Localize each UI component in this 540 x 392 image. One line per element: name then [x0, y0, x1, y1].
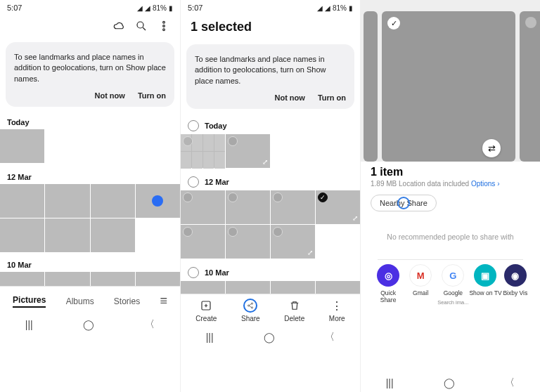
- thumb-row-today: ⤢: [181, 134, 360, 168]
- date-header[interactable]: 10 Mar: [181, 263, 360, 281]
- signal-icon: ◢: [145, 4, 150, 12]
- thumb[interactable]: ⤢: [226, 134, 270, 168]
- banner-turnon-button[interactable]: Turn on: [318, 93, 346, 102]
- thumb[interactable]: [45, 218, 89, 252]
- more-icon[interactable]: [158, 20, 170, 32]
- share-subtitle: 1.89 MB Location data included Options ›: [371, 180, 530, 188]
- thumb-checkbox[interactable]: [183, 227, 193, 237]
- preview-check-icon[interactable]: ✓: [387, 17, 400, 30]
- nav-recent-icon[interactable]: |||: [25, 319, 33, 330]
- banner-text: To see landmarks and place names in addi…: [14, 52, 166, 84]
- expand-icon[interactable]: ⤢: [352, 214, 358, 222]
- thumb-checkbox[interactable]: [228, 192, 238, 202]
- date-header[interactable]: Today: [181, 116, 360, 134]
- thumb[interactable]: [0, 184, 44, 218]
- banner-turnon-button[interactable]: Turn on: [138, 91, 166, 100]
- select-all-ring[interactable]: [188, 267, 199, 278]
- thumb[interactable]: [271, 281, 315, 294]
- date-header[interactable]: 12 Mar: [181, 172, 360, 190]
- share-preview-strip: ✓ ⇄: [361, 0, 540, 162]
- thumb[interactable]: [91, 218, 135, 252]
- thumb[interactable]: [45, 272, 89, 286]
- thumb-checkbox[interactable]: [228, 227, 238, 237]
- thumb[interactable]: [0, 218, 44, 252]
- thumb[interactable]: [136, 272, 180, 286]
- menu-icon[interactable]: ≡: [160, 294, 167, 308]
- tab-stories[interactable]: Stories: [114, 296, 140, 306]
- status-time: 5:07: [7, 4, 22, 12]
- thumb[interactable]: [226, 225, 270, 259]
- nav-back-icon[interactable]: 〈: [145, 318, 155, 331]
- thumb[interactable]: [91, 184, 135, 218]
- thumb[interactable]: [316, 281, 360, 294]
- date-header: Today: [0, 114, 180, 129]
- screen-share-sheet: ✓ ⇄ 1 item 1.89 MB Location data include…: [360, 0, 540, 392]
- select-all-ring[interactable]: [188, 176, 199, 188]
- preview-panel[interactable]: [364, 11, 378, 162]
- nearby-share-chip[interactable]: Nearby Share: [371, 195, 437, 211]
- thumb-checkbox[interactable]: [183, 192, 193, 202]
- battery-text: 81%: [153, 4, 167, 12]
- selection-title: 1 selected: [181, 15, 360, 41]
- thumb-row-10mar: [0, 272, 180, 286]
- nav-home-icon[interactable]: ◯: [264, 332, 275, 343]
- selection-actions: Create Share Delete ⋮ More: [181, 294, 360, 328]
- gmail-icon: M: [409, 264, 432, 287]
- share-options-link[interactable]: Options ›: [471, 180, 500, 188]
- expand-icon[interactable]: ⤢: [262, 158, 268, 166]
- thumb[interactable]: [181, 281, 225, 294]
- share-app-google[interactable]: G Google Search ima...: [437, 264, 469, 306]
- thumb[interactable]: [181, 225, 225, 259]
- select-all-ring[interactable]: [188, 120, 199, 131]
- thumb-checkbox[interactable]: [228, 136, 238, 146]
- expand-icon[interactable]: ⤢: [307, 249, 313, 256]
- thumb[interactable]: [181, 190, 225, 224]
- cloud-icon[interactable]: [112, 20, 125, 32]
- share-icon: [243, 299, 257, 313]
- signal-icon: ◢: [325, 4, 330, 12]
- thumb[interactable]: [226, 190, 270, 224]
- divider: [378, 259, 523, 260]
- thumb-row-10mar: [181, 281, 360, 294]
- thumb[interactable]: ⤢: [271, 225, 315, 259]
- tab-albums[interactable]: Albums: [66, 296, 94, 306]
- thumb[interactable]: [136, 184, 180, 218]
- nav-back-icon[interactable]: 〈: [505, 377, 515, 389]
- thumb[interactable]: [0, 272, 44, 286]
- nav-home-icon[interactable]: ◯: [444, 377, 455, 388]
- share-app-bixby[interactable]: ◉ Bixby Vis: [502, 264, 529, 306]
- thumb-checkbox-checked[interactable]: ✓: [318, 192, 328, 202]
- share-app-showontv[interactable]: ▣ Show on TV: [469, 264, 501, 306]
- preview-panel[interactable]: [520, 11, 540, 162]
- share-title: 1 item: [371, 166, 530, 178]
- create-button[interactable]: Create: [195, 299, 217, 322]
- swap-button[interactable]: ⇄: [482, 139, 501, 157]
- thumb[interactable]: ✓⤢: [316, 190, 360, 224]
- status-bar: 5:07 ◢ ◢ 81% ▮: [0, 0, 180, 15]
- thumb[interactable]: [271, 190, 315, 224]
- thumb[interactable]: [181, 134, 225, 168]
- thumb[interactable]: [226, 281, 270, 294]
- banner-notnow-button[interactable]: Not now: [94, 91, 124, 100]
- tab-pictures[interactable]: Pictures: [13, 295, 46, 308]
- nav-recent-icon[interactable]: |||: [386, 377, 394, 388]
- thumb-checkbox[interactable]: [273, 192, 283, 202]
- thumb-checkbox[interactable]: [273, 227, 283, 237]
- thumb-row-today: [0, 129, 180, 163]
- preview-unchecked-dot[interactable]: [525, 17, 536, 28]
- preview-panel-selected[interactable]: ✓: [382, 11, 515, 162]
- nav-home-icon[interactable]: ◯: [83, 319, 94, 330]
- more-button[interactable]: ⋮ More: [329, 299, 345, 322]
- search-icon[interactable]: [135, 20, 148, 32]
- thumb[interactable]: [91, 272, 135, 286]
- share-app-quickshare[interactable]: ◎ Quick Share: [372, 264, 404, 306]
- thumb-weather[interactable]: [0, 129, 44, 163]
- banner-notnow-button[interactable]: Not now: [274, 93, 304, 102]
- nav-back-icon[interactable]: 〈: [325, 331, 335, 344]
- system-navbar: ||| ◯ 〈: [181, 328, 360, 346]
- share-button[interactable]: Share: [241, 299, 260, 322]
- thumb[interactable]: [45, 184, 89, 218]
- share-app-gmail[interactable]: M Gmail: [404, 264, 437, 306]
- nav-recent-icon[interactable]: |||: [206, 332, 214, 343]
- delete-button[interactable]: Delete: [284, 299, 304, 322]
